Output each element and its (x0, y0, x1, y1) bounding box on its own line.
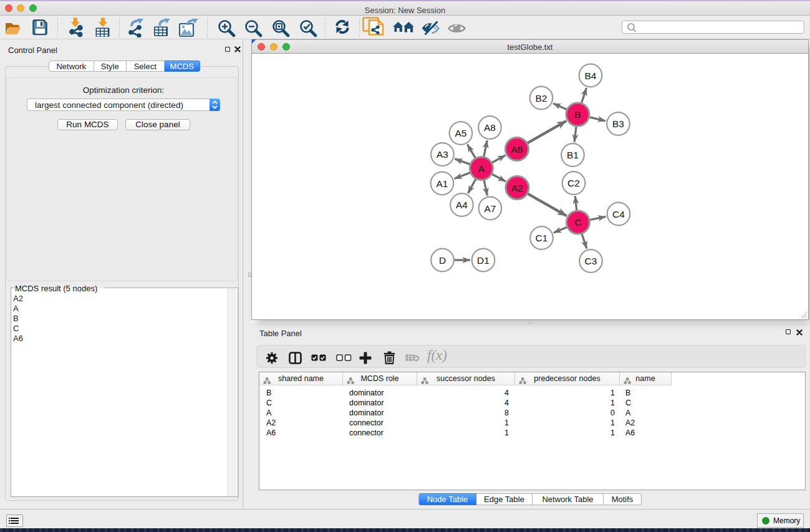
svg-text:A7: A7 (485, 203, 496, 214)
svg-text:B3: B3 (612, 118, 624, 129)
svg-text:B2: B2 (536, 93, 547, 104)
svg-text:D1: D1 (477, 255, 489, 266)
svg-text:A6: A6 (511, 144, 523, 155)
svg-text:A1: A1 (436, 178, 448, 189)
svg-text:D: D (439, 255, 446, 266)
svg-text:B1: B1 (567, 150, 579, 160)
svg-text:A4: A4 (456, 200, 468, 210)
svg-text:A8: A8 (484, 122, 496, 133)
svg-text:B: B (574, 109, 581, 120)
svg-text:A3: A3 (436, 149, 448, 160)
svg-text:C1: C1 (536, 233, 548, 243)
svg-text:A: A (478, 163, 485, 174)
svg-text:A5: A5 (455, 128, 467, 138)
svg-text:C: C (574, 217, 581, 228)
svg-text:B4: B4 (585, 70, 597, 81)
svg-text:C3: C3 (585, 256, 597, 266)
svg-text:C2: C2 (567, 178, 580, 188)
svg-text:C4: C4 (612, 209, 625, 220)
svg-text:A2: A2 (511, 183, 523, 193)
